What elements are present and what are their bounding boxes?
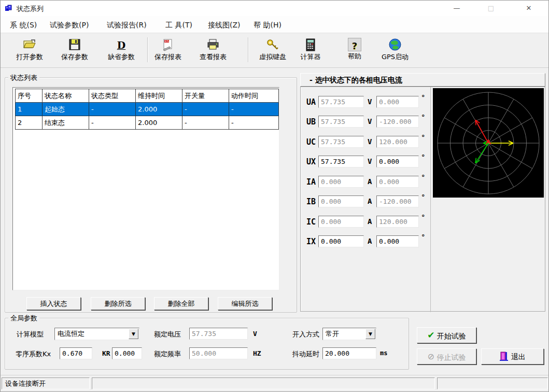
cell[interactable]: - — [89, 103, 136, 116]
unit-label: A — [368, 197, 372, 205]
rated-voltage-label: 额定电压 — [154, 330, 181, 339]
magnitude-input[interactable]: 0.000 — [318, 195, 364, 207]
angle-input[interactable]: -120.000 — [376, 195, 419, 207]
phase-row-ix: IX 0.000 A 0.000 ° — [301, 235, 431, 248]
app-window: 状态系列 — □ ✕ 系 统(S) 试验参数(P) 试验报告(R) 工 具(T)… — [0, 0, 549, 392]
exit-door-icon — [499, 351, 509, 361]
cell[interactable]: 结束态 — [43, 116, 89, 130]
exit-label: 退出 — [511, 353, 526, 361]
close-button[interactable]: ✕ — [517, 1, 541, 16]
debounce-label: 抖动延时 — [292, 349, 319, 359]
printer-icon — [193, 36, 233, 52]
toolbar-label: 帮助 — [335, 52, 374, 61]
cell[interactable]: 1 — [16, 103, 43, 116]
menu-tools[interactable]: 工 具(T) — [165, 20, 192, 30]
angle-input[interactable]: 120.000 — [376, 136, 419, 148]
toolbar-open-params[interactable]: 打开参数 — [10, 36, 49, 65]
stop-test-button[interactable]: ⊘ 停止试验 — [417, 348, 476, 365]
minimize-button[interactable]: — — [445, 1, 469, 16]
phase-row-ub: UB 57.735 V -120.000 ° — [301, 116, 431, 128]
rated-freq-unit: HZ — [253, 349, 261, 357]
angle-input[interactable]: 0.000 — [376, 96, 419, 108]
cell[interactable]: 起始态 — [43, 103, 89, 116]
exit-button[interactable]: 退出 — [481, 348, 544, 365]
magnitude-input[interactable]: 0.000 — [318, 235, 364, 247]
debounce-input[interactable]: 20.000 — [322, 347, 376, 359]
insert-state-button[interactable]: 插入状态 — [26, 297, 81, 310]
rated-freq-input[interactable]: 50.000 — [189, 347, 248, 359]
debounce-unit: ms — [380, 349, 387, 357]
phase-label: UB — [306, 117, 316, 127]
toolbar-label: 保存报表 — [148, 52, 188, 62]
cell[interactable]: 2 — [16, 116, 43, 130]
rated-freq-label: 额定频率 — [154, 349, 181, 359]
toolbar-label: 查看报表 — [193, 52, 233, 62]
toolbar-calculator[interactable]: 计算器 — [291, 36, 330, 65]
table-row[interactable]: 1 起始态 - 2.000 - - — [16, 103, 279, 116]
angle-input[interactable]: 120.000 — [376, 216, 419, 228]
degree-label: ° — [421, 213, 425, 221]
cell[interactable]: - — [229, 116, 279, 130]
toolbar-save-report[interactable]: EXL 保存报表 — [148, 36, 188, 65]
menu-wiring[interactable]: 接线图(Z) — [208, 20, 241, 30]
cell[interactable]: - — [89, 116, 136, 130]
phase-row-ib: IB 0.000 A -120.000 ° — [301, 195, 431, 208]
magnitude-input[interactable]: 57.735 — [318, 96, 364, 108]
phase-label: IC — [306, 217, 316, 227]
angle-input[interactable]: 0.000 — [376, 176, 419, 188]
chevron-down-icon[interactable]: ▼ — [365, 329, 375, 339]
magnitude-input[interactable]: 0.000 — [318, 176, 364, 188]
toolbar-gps-start[interactable]: GPS启动 — [375, 36, 415, 65]
menu-system[interactable]: 系 统(S) — [10, 20, 37, 30]
toolbar-help[interactable]: ? 帮助 — [335, 36, 374, 65]
cell[interactable]: - — [229, 103, 279, 116]
status-panel — [92, 377, 435, 389]
cell[interactable]: 2.000 — [136, 103, 182, 116]
rated-voltage-input[interactable]: 57.735 — [189, 328, 248, 340]
menu-test-report[interactable]: 试验报告(R) — [107, 20, 147, 30]
angle-input[interactable]: 0.000 — [376, 235, 419, 247]
input-mode-select[interactable]: 常开 ▼ — [322, 328, 376, 340]
toolbar-label: 缺省参数 — [102, 52, 141, 62]
magnitude-input[interactable]: 0.000 — [318, 216, 364, 228]
toolbar-virtual-keyboard[interactable]: 虚拟键盘 — [253, 36, 292, 65]
check-icon: ✔ — [427, 330, 434, 340]
state-table[interactable]: 序号 状态名称 状态类型 维持时间 开关量 动作时间 1 起始态 - 2.000… — [12, 87, 279, 290]
window-title: 状态系列 — [17, 4, 44, 13]
cell[interactable]: - — [182, 103, 229, 116]
delete-selected-button[interactable]: 删除所选 — [91, 297, 145, 310]
magnitude-input[interactable]: 57.735 — [318, 136, 364, 148]
angle-input[interactable]: -120.000 — [376, 116, 419, 128]
maximize-button[interactable]: □ — [479, 1, 503, 16]
degree-label: ° — [421, 113, 425, 121]
toolbar-save-params[interactable]: 保存参数 — [55, 36, 94, 65]
menu-bar: 系 统(S) 试验参数(P) 试验报告(R) 工 具(T) 接线图(Z) 帮 助… — [1, 16, 548, 33]
calculator-icon — [291, 36, 330, 52]
table-row[interactable]: 2 结束态 - 2.000 - - — [16, 116, 279, 130]
cell[interactable]: - — [182, 116, 229, 130]
edit-selected-button[interactable]: 编辑所选 — [218, 297, 272, 310]
phase-fields: UA 57.735 V 0.000 ° UB 57.735 V -120.000… — [301, 87, 431, 312]
menu-test-params[interactable]: 试验参数(P) — [50, 20, 89, 30]
phase-label: IB — [306, 197, 316, 206]
phase-row-uc: UC 57.735 V 120.000 ° — [301, 136, 431, 148]
delete-all-button[interactable]: 删除全部 — [154, 297, 208, 310]
calc-model-select[interactable]: 电流恒定 ▼ — [54, 328, 139, 340]
toolbar-view-report[interactable]: 查看报表 — [193, 36, 233, 65]
cell[interactable]: 2.000 — [136, 116, 182, 130]
chevron-down-icon[interactable]: ▼ — [129, 329, 138, 339]
magnitude-input[interactable]: 57.735 — [318, 116, 364, 128]
col-header: 序号 — [16, 89, 43, 103]
start-test-button[interactable]: ✔ 开始试验 — [417, 327, 476, 343]
menu-help[interactable]: 帮 助(H) — [254, 20, 281, 30]
magnitude-input[interactable]: 57.735 — [318, 156, 364, 167]
phase-row-ia: IA 0.000 A 0.000 ° — [301, 176, 431, 188]
toolbar-default-params[interactable]: D 缺省参数 — [102, 36, 141, 65]
zero-seq-kx-input[interactable]: 0.670 — [60, 347, 92, 359]
kr-input[interactable]: 0.000 — [112, 347, 142, 359]
global-params-title: 全局参数 — [8, 314, 39, 323]
col-header: 状态名称 — [43, 89, 89, 103]
phase-row-ic: IC 0.000 A 120.000 ° — [301, 216, 431, 228]
phase-panel: UA 57.735 V 0.000 ° UB 57.735 V -120.000… — [300, 87, 545, 312]
angle-input[interactable]: 0.000 — [376, 156, 419, 167]
